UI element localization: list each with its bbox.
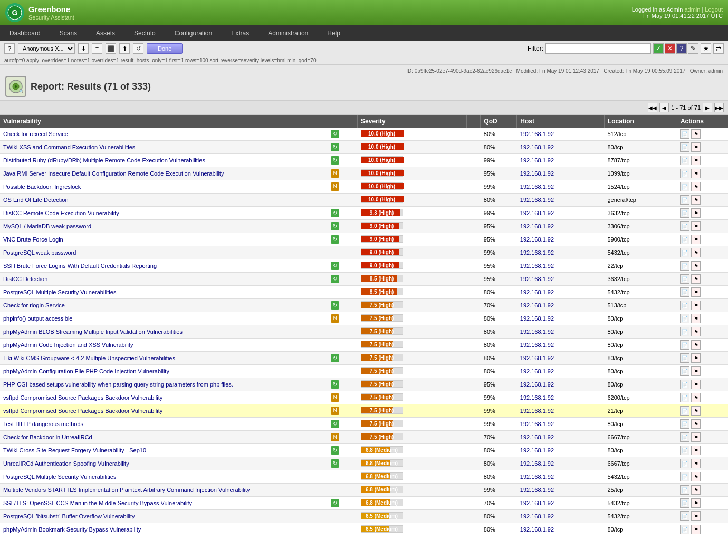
action-flag-button[interactable]: ⚑: [691, 446, 701, 455]
host-link[interactable]: 192.168.1.92: [520, 487, 554, 493]
host-link[interactable]: 192.168.1.92: [520, 474, 554, 480]
action-flag-button[interactable]: ⚑: [691, 156, 701, 165]
nav-help[interactable]: Help: [318, 25, 350, 41]
action-flag-button[interactable]: ⚑: [691, 287, 701, 297]
action-flag-button[interactable]: ⚑: [691, 274, 701, 284]
import-button[interactable]: ⬆: [119, 43, 130, 54]
host-link[interactable]: 192.168.1.92: [520, 500, 554, 506]
action-flag-button[interactable]: ⚑: [691, 129, 701, 139]
vuln-name-link[interactable]: vsftpd Compromised Source Packages Backd…: [3, 408, 162, 414]
page-prev-button[interactable]: ◀: [659, 103, 669, 112]
vuln-name-link[interactable]: phpinfo() output accessible: [3, 315, 72, 322]
action-flag-button[interactable]: ⚑: [691, 472, 701, 481]
action-details-button[interactable]: 📄: [680, 195, 689, 205]
filter-apply-button[interactable]: ✓: [653, 43, 664, 54]
host-link[interactable]: 192.168.1.92: [520, 302, 554, 308]
vuln-name-link[interactable]: VNC Brute Force Login: [3, 236, 63, 243]
host-link[interactable]: 192.168.1.92: [520, 197, 554, 203]
host-link[interactable]: 192.168.1.92: [520, 157, 554, 163]
vuln-name-link[interactable]: Check for Backdoor in UnrealIRCd: [3, 434, 92, 440]
action-flag-button[interactable]: ⚑: [691, 340, 701, 350]
vuln-name-link[interactable]: Tiki Wiki CMS Groupware < 4.2 Multiple U…: [3, 355, 175, 361]
host-link[interactable]: 192.168.1.92: [520, 342, 554, 348]
filter-input[interactable]: [545, 43, 651, 54]
action-flag-button[interactable]: ⚑: [691, 182, 701, 191]
vuln-name-link[interactable]: Test HTTP dangerous methods: [3, 421, 83, 427]
action-flag-button[interactable]: ⚑: [691, 485, 701, 495]
action-details-button[interactable]: 📄: [680, 485, 689, 495]
action-flag-button[interactable]: ⚑: [691, 195, 701, 205]
vuln-name-link[interactable]: Java RMI Server Insecure Default Configu…: [3, 170, 224, 177]
host-link[interactable]: 192.168.1.92: [520, 249, 554, 256]
host-link[interactable]: 192.168.1.92: [520, 223, 554, 229]
help-icon-button[interactable]: ?: [4, 43, 15, 54]
action-flag-button[interactable]: ⚑: [691, 221, 701, 231]
action-flag-button[interactable]: ⚑: [691, 419, 701, 429]
host-link[interactable]: 192.168.1.92: [520, 460, 554, 467]
action-details-button[interactable]: 📄: [680, 419, 689, 429]
host-link[interactable]: 192.168.1.92: [520, 526, 554, 533]
vuln-name-link[interactable]: TWiki XSS and Command Execution Vulnerab…: [3, 144, 135, 150]
vuln-name-link[interactable]: PostgreSQL Multiple Security Vulnerabili…: [3, 289, 116, 295]
action-details-button[interactable]: 📄: [680, 353, 689, 363]
action-details-button[interactable]: 📄: [680, 446, 689, 455]
host-link[interactable]: 192.168.1.92: [520, 394, 554, 401]
vuln-name-link[interactable]: PHP-CGI-based setups vulnerability when …: [3, 381, 233, 388]
nav-administration[interactable]: Administration: [258, 25, 318, 41]
vuln-name-link[interactable]: UnrealIRCd Authentication Spoofing Vulne…: [3, 460, 129, 467]
host-link[interactable]: 192.168.1.92: [520, 144, 554, 150]
host-link[interactable]: 192.168.1.92: [520, 170, 554, 177]
vuln-name-link[interactable]: SSH Brute Force Logins With Default Cred…: [3, 263, 157, 269]
action-details-button[interactable]: 📄: [680, 235, 689, 244]
action-details-button[interactable]: 📄: [680, 129, 689, 139]
host-link[interactable]: 192.168.1.92: [520, 184, 554, 190]
user-select[interactable]: Anonymous X...: [18, 43, 75, 54]
page-first-button[interactable]: ◀◀: [648, 103, 657, 112]
action-details-button[interactable]: 📄: [680, 366, 689, 376]
action-details-button[interactable]: 📄: [680, 314, 689, 323]
action-details-button[interactable]: 📄: [680, 340, 689, 350]
action-details-button[interactable]: 📄: [680, 393, 689, 402]
page-last-button[interactable]: ▶▶: [714, 103, 724, 112]
export-button[interactable]: ⬇: [78, 43, 89, 54]
vuln-name-link[interactable]: OS End Of Life Detection: [3, 197, 69, 203]
admin-link[interactable]: admin: [684, 6, 700, 13]
export2-button[interactable]: ≡: [92, 43, 102, 54]
action-details-button[interactable]: 📄: [680, 498, 689, 508]
host-link[interactable]: 192.168.1.92: [520, 381, 554, 388]
host-link[interactable]: 192.168.1.92: [520, 421, 554, 427]
host-link[interactable]: 192.168.1.92: [520, 368, 554, 374]
action-details-button[interactable]: 📄: [680, 301, 689, 310]
action-flag-button[interactable]: ⚑: [691, 511, 701, 521]
action-flag-button[interactable]: ⚑: [691, 208, 701, 218]
action-details-button[interactable]: 📄: [680, 472, 689, 481]
host-link[interactable]: 192.168.1.92: [520, 263, 554, 269]
vuln-name-link[interactable]: Distributed Ruby (dRuby/DRb) Multiple Re…: [3, 157, 205, 163]
action-flag-button[interactable]: ⚑: [691, 432, 701, 442]
action-details-button[interactable]: 📄: [680, 459, 689, 468]
action-flag-button[interactable]: ⚑: [691, 366, 701, 376]
action-flag-button[interactable]: ⚑: [691, 353, 701, 363]
action-flag-button[interactable]: ⚑: [691, 393, 701, 402]
vuln-name-link[interactable]: TWiki Cross-Site Request Forgery Vulnera…: [3, 447, 146, 453]
action-details-button[interactable]: 📄: [680, 287, 689, 297]
action-flag-button[interactable]: ⚑: [691, 459, 701, 468]
action-flag-button[interactable]: ⚑: [691, 525, 701, 534]
vuln-name-link[interactable]: DistCC Remote Code Execution Vulnerabili…: [3, 210, 119, 216]
done-button[interactable]: Done: [147, 43, 183, 54]
filter-star-button[interactable]: ★: [701, 43, 711, 54]
vuln-name-link[interactable]: PostgreSQL 'bitsubstr' Buffer Overflow V…: [3, 513, 135, 519]
refresh-button[interactable]: ↺: [133, 43, 143, 54]
action-details-button[interactable]: 📄: [680, 169, 689, 178]
action-flag-button[interactable]: ⚑: [691, 261, 701, 271]
action-details-button[interactable]: 📄: [680, 274, 689, 284]
nav-configuration[interactable]: Configuration: [165, 25, 222, 41]
action-flag-button[interactable]: ⚑: [691, 406, 701, 416]
action-flag-button[interactable]: ⚑: [691, 314, 701, 323]
vuln-name-link[interactable]: Check for rexecd Service: [3, 131, 68, 137]
action-details-button[interactable]: 📄: [680, 208, 689, 218]
action-details-button[interactable]: 📄: [680, 182, 689, 191]
action-details-button[interactable]: 📄: [680, 406, 689, 416]
host-link[interactable]: 192.168.1.92: [520, 434, 554, 440]
vuln-name-link[interactable]: SSL/TLS: OpenSSL CCS Man in the Middle S…: [3, 500, 192, 506]
